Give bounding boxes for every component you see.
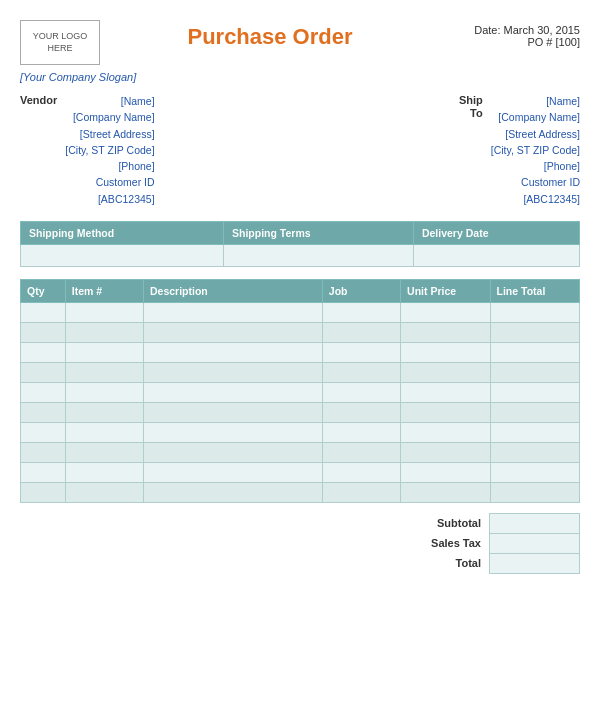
vendor-company: [Company Name] bbox=[65, 109, 154, 125]
item-cell bbox=[143, 362, 322, 382]
line-total-header: Line Total bbox=[490, 279, 579, 302]
ship-company: [Company Name] bbox=[491, 109, 580, 125]
total-value bbox=[490, 553, 580, 573]
item-cell bbox=[322, 482, 400, 502]
item-cell bbox=[401, 342, 490, 362]
delivery-date-header: Delivery Date bbox=[413, 221, 579, 244]
item-cell bbox=[322, 402, 400, 422]
delivery-date-cell bbox=[413, 244, 579, 266]
ship-label: Ship bbox=[459, 93, 483, 106]
logo-box: YOUR LOGOHERE bbox=[20, 20, 100, 65]
vendor-city: [City, ST ZIP Code] bbox=[65, 142, 154, 158]
address-section: Vendor [Name] [Company Name] [Street Add… bbox=[20, 93, 580, 207]
item-cell bbox=[21, 402, 66, 422]
date-area: Date: March 30, 2015 PO # [100] bbox=[440, 20, 580, 48]
item-cell bbox=[490, 422, 579, 442]
po-number: PO # [100] bbox=[440, 36, 580, 48]
item-cell bbox=[21, 422, 66, 442]
item-cell bbox=[322, 462, 400, 482]
unit-price-header: Unit Price bbox=[401, 279, 490, 302]
ship-to-label: To bbox=[470, 106, 483, 119]
sales-tax-label: Sales Tax bbox=[360, 533, 490, 553]
shipping-terms-header: Shipping Terms bbox=[224, 221, 414, 244]
sales-tax-row: Sales Tax bbox=[360, 533, 580, 553]
table-row bbox=[21, 382, 580, 402]
item-cell bbox=[490, 462, 579, 482]
table-row bbox=[21, 322, 580, 342]
shipping-method-cell bbox=[21, 244, 224, 266]
logo-text: YOUR LOGOHERE bbox=[33, 31, 88, 54]
table-row bbox=[21, 342, 580, 362]
item-cell bbox=[322, 322, 400, 342]
table-row bbox=[21, 362, 580, 382]
subtotal-value bbox=[490, 513, 580, 533]
totals-section: Subtotal Sales Tax Total bbox=[20, 513, 580, 574]
description-header: Description bbox=[143, 279, 322, 302]
item-cell bbox=[401, 322, 490, 342]
item-cell bbox=[65, 362, 143, 382]
ship-phone: [Phone] bbox=[491, 158, 580, 174]
total-row: Total bbox=[360, 553, 580, 573]
item-cell bbox=[21, 302, 66, 322]
item-cell bbox=[65, 342, 143, 362]
item-cell bbox=[65, 422, 143, 442]
vendor-name: [Name] bbox=[65, 93, 154, 109]
item-cell bbox=[65, 382, 143, 402]
item-cell bbox=[143, 322, 322, 342]
date-text: Date: March 30, 2015 bbox=[440, 24, 580, 36]
item-cell bbox=[143, 402, 322, 422]
qty-header: Qty bbox=[21, 279, 66, 302]
title-area: Purchase Order bbox=[100, 20, 440, 50]
item-cell bbox=[143, 462, 322, 482]
item-cell bbox=[65, 322, 143, 342]
item-cell bbox=[143, 442, 322, 462]
item-cell bbox=[21, 342, 66, 362]
ship-customer-id-label: Customer ID bbox=[491, 174, 580, 190]
table-row bbox=[21, 302, 580, 322]
company-slogan: [Your Company Slogan] bbox=[20, 71, 580, 83]
ship-name: [Name] bbox=[491, 93, 580, 109]
item-cell bbox=[401, 462, 490, 482]
job-header: Job bbox=[322, 279, 400, 302]
shipping-terms-cell bbox=[224, 244, 414, 266]
table-row bbox=[21, 482, 580, 502]
item-cell bbox=[490, 382, 579, 402]
item-cell bbox=[490, 302, 579, 322]
table-row bbox=[21, 462, 580, 482]
subtotal-row: Subtotal bbox=[360, 513, 580, 533]
ship-block: Ship To [Name] [Company Name] [Street Ad… bbox=[459, 93, 580, 207]
item-cell bbox=[490, 322, 579, 342]
item-cell bbox=[143, 302, 322, 322]
item-cell bbox=[143, 482, 322, 502]
item-cell bbox=[401, 442, 490, 462]
page-title: Purchase Order bbox=[100, 24, 440, 50]
table-row bbox=[21, 402, 580, 422]
item-cell bbox=[322, 422, 400, 442]
vendor-customer-id-label: Customer ID bbox=[65, 174, 154, 190]
item-cell bbox=[21, 382, 66, 402]
item-cell bbox=[21, 442, 66, 462]
item-cell bbox=[65, 462, 143, 482]
item-cell bbox=[401, 302, 490, 322]
vendor-street: [Street Address] bbox=[65, 126, 154, 142]
table-row bbox=[21, 442, 580, 462]
table-row bbox=[21, 422, 580, 442]
subtotal-label: Subtotal bbox=[360, 513, 490, 533]
vendor-customer-id: [ABC12345] bbox=[65, 191, 154, 207]
item-cell bbox=[322, 302, 400, 322]
item-num-header: Item # bbox=[65, 279, 143, 302]
item-cell bbox=[143, 342, 322, 362]
item-cell bbox=[490, 402, 579, 422]
ship-data: [Name] [Company Name] [Street Address] [… bbox=[491, 93, 580, 207]
vendor-data: [Name] [Company Name] [Street Address] [… bbox=[65, 93, 154, 207]
ship-street: [Street Address] bbox=[491, 126, 580, 142]
ship-customer-id: [ABC12345] bbox=[491, 191, 580, 207]
item-cell bbox=[401, 422, 490, 442]
item-cell bbox=[490, 482, 579, 502]
item-cell bbox=[65, 402, 143, 422]
vendor-phone: [Phone] bbox=[65, 158, 154, 174]
item-cell bbox=[65, 482, 143, 502]
item-cell bbox=[143, 422, 322, 442]
total-label: Total bbox=[360, 553, 490, 573]
item-cell bbox=[490, 342, 579, 362]
